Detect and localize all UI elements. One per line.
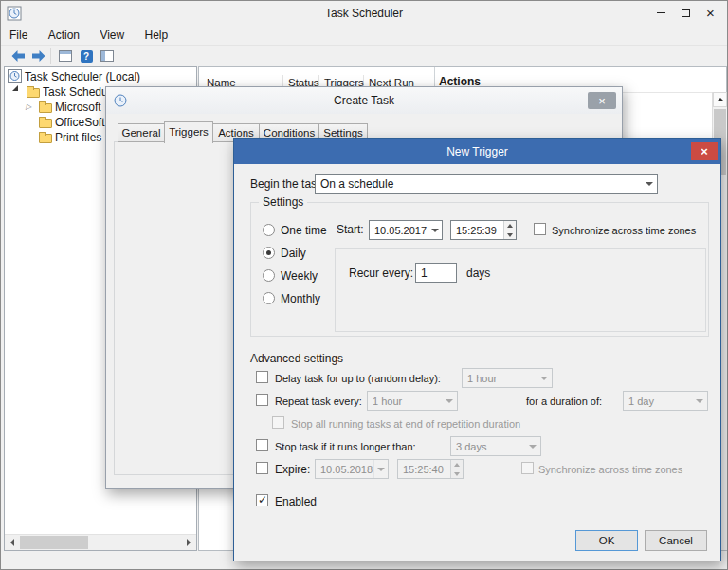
panel-icon: [100, 50, 114, 62]
advanced-settings-divider: [346, 359, 709, 359]
chevron-down-icon: [373, 460, 388, 478]
folder-icon: [27, 88, 40, 98]
recur-every-label: Recur every:: [349, 267, 413, 280]
recur-every-input[interactable]: 1: [415, 263, 457, 283]
ok-button[interactable]: OK: [575, 530, 638, 551]
close-button[interactable]: [588, 92, 616, 109]
maximize-button[interactable]: [674, 4, 698, 22]
begin-task-value: On a schedule: [316, 175, 642, 193]
expire-checkbox[interactable]: [256, 462, 268, 474]
expire-time-value: 15:25:40: [398, 460, 450, 478]
cancel-button[interactable]: Cancel: [645, 530, 707, 551]
spin-up-icon[interactable]: [504, 221, 516, 230]
menu-view[interactable]: View: [91, 26, 133, 42]
repeat-task-checkbox[interactable]: [256, 394, 268, 406]
show-pane-button[interactable]: [98, 48, 117, 64]
new-trigger-title: New Trigger: [234, 145, 720, 158]
create-task-titlebar: Create Task: [106, 87, 622, 114]
time-spinner[interactable]: [503, 221, 516, 239]
radio-one-time-label[interactable]: One time: [281, 224, 327, 237]
expire-date-picker: 10.05.2018: [315, 459, 389, 479]
chevron-down-icon: [428, 221, 442, 239]
folder-icon: [39, 103, 52, 113]
sync-timezones-expire-checkbox: [521, 462, 534, 474]
expire-label[interactable]: Expire:: [275, 463, 310, 476]
chevron-down-icon: [442, 392, 457, 410]
console-tree-button[interactable]: [56, 48, 75, 64]
recur-every-value: 1: [416, 264, 456, 282]
radio-weekly-label[interactable]: Weekly: [281, 269, 318, 283]
scheduler-root-icon: [8, 69, 23, 83]
duration-label: for a duration of:: [526, 395, 602, 408]
start-date-value: 10.05.2017: [370, 221, 428, 239]
duration-select: 1 day: [623, 391, 708, 411]
close-button[interactable]: [691, 142, 718, 160]
stop-task-value: 3 days: [451, 437, 525, 455]
radio-daily-label[interactable]: Daily: [281, 247, 306, 260]
start-time-field[interactable]: 15:25:39: [450, 220, 517, 240]
stop-all-tasks-checkbox: [272, 416, 284, 429]
radio-weekly[interactable]: [263, 269, 275, 282]
sync-timezones-label[interactable]: Synchronize across time zones: [552, 224, 696, 237]
menu-bar: File Action View Help: [1, 26, 727, 46]
delay-task-select: 1 hour: [462, 368, 553, 388]
back-button[interactable]: [9, 48, 27, 64]
scroll-up-icon: [717, 98, 724, 101]
create-task-title: Create Task: [106, 94, 622, 107]
chevron-down-icon: [692, 392, 707, 410]
stop-task-label[interactable]: Stop task if it runs longer than:: [275, 440, 416, 453]
scroll-left-button[interactable]: [5, 535, 20, 550]
recur-group: Recur every: 1 days: [335, 248, 706, 332]
tab-triggers[interactable]: Triggers: [164, 121, 213, 143]
stop-task-select: 3 days: [450, 436, 541, 456]
menu-action[interactable]: Action: [40, 26, 88, 42]
repeat-task-value: 1 hour: [368, 392, 442, 410]
new-trigger-dialog: New Trigger Begin the task: On a schedul…: [233, 138, 721, 561]
help-button[interactable]: [77, 48, 96, 64]
stop-all-tasks-label: Stop all running tasks at end of repetit…: [291, 417, 520, 431]
menu-help[interactable]: Help: [136, 26, 177, 42]
duration-value: 1 day: [624, 392, 692, 410]
toolbar: [1, 46, 727, 66]
tree-horizontal-scrollbar[interactable]: [5, 534, 196, 550]
scroll-left-icon: [10, 539, 14, 546]
spin-down-icon: [451, 469, 463, 478]
tree-item-root[interactable]: Task Scheduler (Local): [25, 70, 140, 83]
settings-group-label: Settings: [259, 195, 307, 209]
spin-down-icon[interactable]: [504, 230, 516, 239]
stop-task-checkbox[interactable]: [256, 439, 268, 451]
close-button[interactable]: [699, 4, 722, 22]
minimize-icon: [657, 12, 665, 13]
radio-monthly-label[interactable]: Monthly: [281, 292, 320, 305]
expander-open-icon[interactable]: [12, 85, 18, 91]
tree-item-officesoft[interactable]: OfficeSoft: [55, 116, 104, 129]
sync-timezones-checkbox[interactable]: [534, 223, 546, 235]
enabled-checkbox[interactable]: [256, 494, 268, 506]
tab-general[interactable]: General: [118, 123, 165, 142]
tree-item-microsoft[interactable]: Microsoft: [55, 101, 101, 114]
expander-closed-icon[interactable]: [26, 103, 31, 111]
start-date-picker[interactable]: 10.05.2017: [369, 220, 443, 240]
radio-monthly[interactable]: [263, 292, 275, 304]
radio-daily[interactable]: [263, 247, 275, 259]
scrollbar-thumb[interactable]: [20, 536, 88, 549]
time-spinner: [450, 460, 463, 478]
tree-item-print-files[interactable]: Print files: [55, 131, 101, 144]
chevron-down-icon: [537, 369, 552, 387]
delay-task-checkbox[interactable]: [256, 371, 268, 383]
folder-icon: [39, 134, 52, 143]
minimize-button[interactable]: [649, 4, 673, 22]
delay-task-label[interactable]: Delay task for up to (random delay):: [275, 372, 441, 385]
menu-file[interactable]: File: [1, 26, 36, 42]
new-trigger-titlebar: New Trigger: [234, 139, 720, 164]
enabled-label[interactable]: Enabled: [275, 495, 317, 508]
begin-task-select[interactable]: On a schedule: [315, 174, 658, 194]
window-title: Task Scheduler: [1, 7, 727, 20]
radio-one-time[interactable]: [263, 224, 275, 236]
forward-button[interactable]: [29, 48, 48, 64]
help-icon: [81, 50, 93, 63]
scroll-right-button[interactable]: [181, 535, 196, 550]
repeat-task-label[interactable]: Repeat task every:: [275, 395, 362, 408]
repeat-task-select: 1 hour: [367, 391, 458, 411]
scroll-up-button[interactable]: [713, 92, 727, 107]
